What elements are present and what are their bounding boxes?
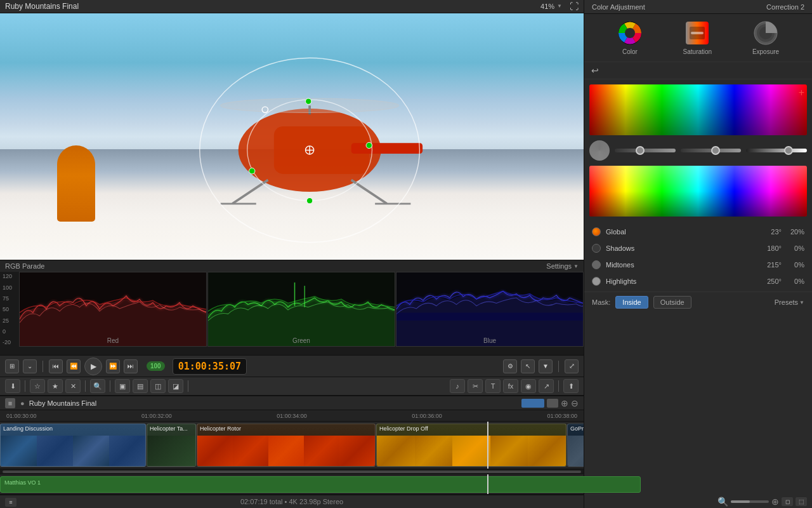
clip-helicopter-rotor[interactable]: Helicopter Rotor: [197, 424, 376, 467]
clip-btn2[interactable]: ▤: [133, 379, 148, 393]
transport-bar: ⊞ ⌄ ⏮ ⏪ ▶ ⏩ ⏭ 100 01:00:35:07 ⚙ ↖ ▼ ⤢: [0, 355, 584, 377]
blue-channel-label: Blue: [483, 337, 496, 344]
clip-btn1[interactable]: ▣: [115, 379, 130, 393]
tools-btn[interactable]: ⚙: [503, 359, 517, 373]
exposure-icon: [753, 20, 778, 46]
clip-gopro1[interactable]: GoPro 60p 1: [567, 424, 584, 467]
status-right-controls: 🔍 ⊕ ◻ ⬚: [717, 497, 807, 507]
exposure-tool-label: Exposure: [752, 48, 779, 55]
highlights-dot: [592, 277, 601, 286]
audio-playhead: [487, 474, 488, 494]
color-wheel-icon: [617, 20, 643, 46]
share-btn[interactable]: ⬆: [563, 379, 579, 393]
bright-slider[interactable]: [746, 149, 807, 152]
color-wheel-controls: [589, 138, 807, 163]
clip-appearance-btn[interactable]: ◻: [782, 497, 793, 506]
timeline-menu-btn[interactable]: ≡: [5, 398, 15, 408]
view-toggle-btn[interactable]: ⌄: [23, 359, 37, 373]
presets-btn[interactable]: Presets ▼: [775, 298, 804, 306]
waveform-title: RGB Parade: [5, 262, 44, 270]
adj-row-shadows[interactable]: Shadows 180° 0%: [592, 242, 804, 255]
favorites-btn[interactable]: ☆: [30, 379, 45, 393]
timeline-zoom-slider[interactable]: [731, 500, 769, 503]
reject-btn[interactable]: ✕: [65, 379, 81, 393]
color-tool-saturation[interactable]: Saturation: [683, 20, 712, 55]
highlights-label: Highlights: [606, 277, 754, 285]
pointer-btn[interactable]: ↖: [521, 359, 535, 373]
midtones-label: Midtones: [606, 261, 754, 269]
adj-row-midtones[interactable]: Midtones 215° 0%: [592, 258, 804, 271]
global-degree: 23°: [759, 228, 782, 236]
rewind-start-btn[interactable]: ⏮: [49, 359, 63, 373]
adj-row-global[interactable]: Global 23° 20%: [592, 225, 804, 238]
expand-btn[interactable]: ⤢: [565, 359, 579, 373]
status-text: 02:07:19 total • 4K 23.98p Stereo: [240, 498, 343, 505]
playhead[interactable]: [487, 422, 488, 469]
global-percent: 20%: [787, 228, 804, 236]
color-wheel-small[interactable]: [589, 140, 610, 161]
status-left-controls: ≡: [5, 498, 16, 507]
saturation-tool-label: Saturation: [683, 48, 712, 55]
audio-clip-matthias[interactable]: Matthias VO 1: [0, 476, 641, 493]
timeline-scroll-area[interactable]: [0, 469, 584, 474]
clip-height-btn[interactable]: ⬚: [796, 497, 807, 506]
ruler-mark-2: 01:00:34:00: [277, 413, 307, 419]
shadows-label: Shadows: [606, 244, 754, 252]
saturation-icon: [684, 20, 710, 46]
effect-btn[interactable]: fx: [503, 379, 518, 393]
zoom-out-btn[interactable]: 🔍: [717, 497, 728, 507]
pointer-drop-btn[interactable]: ▼: [539, 359, 553, 373]
svg-rect-26: [691, 32, 704, 34]
hue-slider[interactable]: [615, 149, 676, 152]
waveform-settings-btn[interactable]: Settings ▼: [546, 262, 579, 270]
text-btn[interactable]: T: [485, 379, 501, 393]
play-btn[interactable]: ▶: [84, 358, 102, 375]
fps-badge: 100: [147, 361, 165, 371]
color-tools-row: Color: [584, 14, 812, 62]
clip-landing[interactable]: Landing Discussion: [0, 424, 146, 467]
import-btn[interactable]: ⬇: [5, 379, 20, 393]
share-btn2[interactable]: ↗: [539, 379, 554, 393]
timeline-collapse-btn[interactable]: ⊖: [571, 398, 579, 408]
waveform-blue-channel: Blue: [396, 272, 584, 347]
play-end-btn[interactable]: ⏭: [124, 359, 138, 373]
cut-btn[interactable]: ✂: [468, 379, 483, 393]
keyword-btn[interactable]: 🔍: [90, 379, 105, 393]
color-tool-color[interactable]: Color: [617, 20, 643, 55]
favorites-full-btn[interactable]: ★: [48, 379, 63, 393]
list-view-btn[interactable]: ≡: [5, 498, 16, 507]
back-btn[interactable]: ↩: [589, 65, 601, 76]
waveform-green-channel: Green: [207, 272, 395, 347]
timeline-expand-btn[interactable]: ⊕: [561, 398, 568, 408]
red-channel-label: Red: [107, 337, 119, 344]
mask-inside-btn[interactable]: Inside: [615, 296, 648, 309]
mask-section: Mask: Inside Outside Presets ▼: [584, 291, 812, 312]
color-gradient-bottom[interactable]: [589, 166, 807, 217]
sat-slider[interactable]: [681, 149, 742, 152]
clip-btn4[interactable]: ◪: [168, 379, 183, 393]
mask-label: Mask:: [592, 298, 610, 306]
clip-helicopter-ta[interactable]: Helicopter Ta...: [147, 424, 196, 467]
add-color-btn[interactable]: +: [799, 87, 804, 98]
svg-point-23: [625, 28, 635, 38]
svg-rect-2: [351, 143, 422, 154]
video-track: Landing Discussion Helicopter Ta...: [0, 422, 584, 469]
clip-helicopter-drop[interactable]: Helicopter Drop Off: [376, 424, 566, 467]
color-tool-exposure[interactable]: Exposure: [752, 20, 779, 55]
audio-btn[interactable]: ♪: [450, 379, 465, 393]
shadows-percent: 0%: [787, 244, 804, 252]
mask-outside-btn[interactable]: Outside: [653, 296, 691, 309]
color-gradient-top[interactable]: +: [589, 84, 807, 135]
video-overlay: [0, 13, 584, 260]
adj-row-highlights[interactable]: Highlights 250° 0%: [592, 275, 804, 288]
correction-label: Correction 2: [766, 3, 804, 11]
zoom-chevron[interactable]: ▼: [557, 3, 562, 9]
color-btn[interactable]: ◉: [521, 379, 536, 393]
global-label: Global: [606, 228, 754, 236]
fullscreen-btn[interactable]: ⛶: [570, 1, 579, 11]
play-back-btn[interactable]: ⏪: [67, 359, 81, 373]
view-options-btn[interactable]: ⊞: [5, 359, 19, 373]
zoom-in-btn[interactable]: ⊕: [771, 497, 779, 507]
clip-btn3[interactable]: ◫: [150, 379, 166, 393]
play-forward-btn[interactable]: ⏩: [106, 359, 120, 373]
